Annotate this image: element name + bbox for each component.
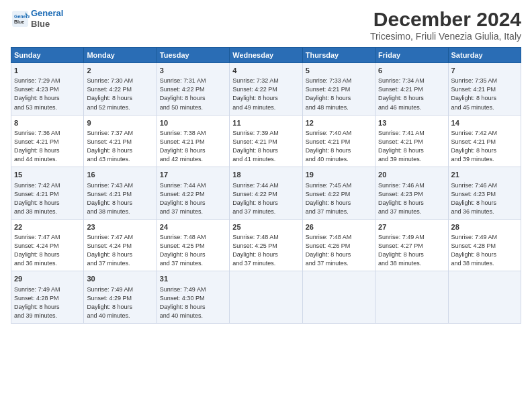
- cell-line: Daylight: 8 hours: [14, 94, 81, 103]
- cell-line: Sunset: 4:21 PM: [306, 85, 372, 94]
- calendar-cell: 13Sunrise: 7:41 AMSunset: 4:21 PMDayligh…: [375, 115, 448, 167]
- cell-line: and 39 minutes.: [451, 155, 518, 164]
- day-number: 13: [378, 118, 445, 128]
- cell-line: Daylight: 8 hours: [232, 199, 299, 208]
- calendar-cell: 21Sunrise: 7:46 AMSunset: 4:23 PMDayligh…: [448, 167, 521, 220]
- cell-line: Sunrise: 7:36 AM: [14, 129, 81, 138]
- cell-line: Sunrise: 7:48 AM: [160, 233, 226, 242]
- day-number: 2: [87, 66, 153, 76]
- cell-line: Sunset: 4:26 PM: [306, 242, 372, 250]
- day-number: 6: [378, 66, 445, 76]
- cell-info: Sunrise: 7:33 AMSunset: 4:21 PMDaylight:…: [306, 77, 372, 111]
- cell-line: Sunset: 4:30 PM: [160, 294, 226, 303]
- cell-line: and 50 minutes.: [160, 103, 226, 112]
- day-number: 10: [160, 118, 226, 128]
- cell-line: and 40 minutes.: [306, 155, 372, 164]
- cell-line: and 49 minutes.: [232, 103, 299, 112]
- cell-line: Sunrise: 7:39 AM: [232, 129, 299, 138]
- cell-line: and 38 minutes.: [14, 208, 81, 216]
- cell-line: Sunrise: 7:35 AM: [451, 77, 518, 85]
- calendar-cell: 20Sunrise: 7:46 AMSunset: 4:23 PMDayligh…: [375, 167, 448, 220]
- calendar-cell: [230, 271, 302, 324]
- cell-info: Sunrise: 7:48 AMSunset: 4:25 PMDaylight:…: [160, 233, 226, 268]
- day-number: 28: [451, 222, 518, 232]
- cell-line: Sunset: 4:28 PM: [14, 294, 81, 303]
- cell-info: Sunrise: 7:34 AMSunset: 4:21 PMDaylight:…: [378, 77, 445, 111]
- cell-info: Sunrise: 7:40 AMSunset: 4:21 PMDaylight:…: [306, 129, 372, 164]
- cell-info: Sunrise: 7:46 AMSunset: 4:23 PMDaylight:…: [378, 181, 445, 216]
- header-day-saturday: Saturday: [448, 48, 521, 63]
- cell-line: Sunset: 4:21 PM: [378, 85, 445, 94]
- header-row: SundayMondayTuesdayWednesdayThursdayFrid…: [11, 48, 521, 63]
- cell-line: Sunrise: 7:49 AM: [14, 285, 81, 294]
- day-number: 12: [306, 118, 372, 128]
- cell-info: Sunrise: 7:47 AMSunset: 4:24 PMDaylight:…: [14, 233, 81, 268]
- page: General Blue General Blue December 2024 …: [0, 0, 532, 329]
- cell-line: and 42 minutes.: [160, 155, 226, 164]
- cell-line: Sunset: 4:25 PM: [232, 242, 299, 250]
- day-number: 17: [160, 170, 226, 180]
- cell-line: Daylight: 8 hours: [87, 146, 153, 155]
- day-number: 25: [232, 222, 299, 232]
- header-day-friday: Friday: [375, 48, 448, 63]
- cell-line: Sunset: 4:24 PM: [87, 242, 153, 250]
- cell-line: Daylight: 8 hours: [306, 146, 372, 155]
- calendar-cell: 4Sunrise: 7:32 AMSunset: 4:22 PMDaylight…: [230, 63, 302, 116]
- cell-info: Sunrise: 7:41 AMSunset: 4:21 PMDaylight:…: [378, 129, 445, 164]
- cell-line: Sunset: 4:25 PM: [160, 242, 226, 250]
- calendar-cell: 25Sunrise: 7:48 AMSunset: 4:25 PMDayligh…: [230, 219, 302, 271]
- calendar-cell: 15Sunrise: 7:42 AMSunset: 4:21 PMDayligh…: [11, 167, 84, 220]
- cell-line: Sunset: 4:22 PM: [232, 85, 299, 94]
- calendar-body: 1Sunrise: 7:29 AMSunset: 4:23 PMDaylight…: [11, 63, 521, 324]
- cell-line: Daylight: 8 hours: [160, 199, 226, 208]
- cell-line: Daylight: 8 hours: [87, 303, 153, 312]
- cell-info: Sunrise: 7:49 AMSunset: 4:27 PMDaylight:…: [378, 233, 445, 268]
- calendar-cell: 17Sunrise: 7:44 AMSunset: 4:22 PMDayligh…: [157, 167, 229, 220]
- cell-info: Sunrise: 7:48 AMSunset: 4:26 PMDaylight:…: [306, 233, 372, 268]
- cell-line: Sunrise: 7:29 AM: [14, 77, 81, 85]
- cell-line: Sunrise: 7:31 AM: [160, 77, 226, 85]
- day-number: 29: [14, 274, 81, 284]
- cell-line: Daylight: 8 hours: [232, 146, 299, 155]
- cell-line: Daylight: 8 hours: [160, 146, 226, 155]
- header-day-thursday: Thursday: [302, 48, 375, 63]
- calendar-cell: 2Sunrise: 7:30 AMSunset: 4:22 PMDaylight…: [84, 63, 157, 116]
- day-number: 16: [87, 170, 153, 180]
- cell-info: Sunrise: 7:42 AMSunset: 4:21 PMDaylight:…: [451, 129, 518, 164]
- cell-info: Sunrise: 7:44 AMSunset: 4:22 PMDaylight:…: [232, 181, 299, 216]
- cell-line: Sunset: 4:28 PM: [451, 242, 518, 250]
- cell-line: Sunset: 4:22 PM: [160, 190, 226, 199]
- day-number: 11: [232, 118, 299, 128]
- cell-line: Daylight: 8 hours: [87, 199, 153, 208]
- cell-line: Sunrise: 7:49 AM: [87, 285, 153, 294]
- logo: General Blue General Blue: [11, 8, 63, 29]
- cell-line: Daylight: 8 hours: [451, 199, 518, 208]
- cell-line: Sunrise: 7:48 AM: [232, 233, 299, 242]
- cell-line: and 44 minutes.: [14, 155, 81, 164]
- cell-info: Sunrise: 7:29 AMSunset: 4:23 PMDaylight:…: [14, 77, 81, 111]
- cell-info: Sunrise: 7:35 AMSunset: 4:21 PMDaylight:…: [451, 77, 518, 111]
- cell-line: Daylight: 8 hours: [160, 303, 226, 312]
- cell-line: Sunset: 4:24 PM: [14, 242, 81, 250]
- cell-line: Sunrise: 7:47 AM: [14, 233, 81, 242]
- day-number: 19: [306, 170, 372, 180]
- cell-line: and 38 minutes.: [87, 208, 153, 216]
- cell-line: Sunrise: 7:30 AM: [87, 77, 153, 85]
- day-number: 26: [306, 222, 372, 232]
- cell-info: Sunrise: 7:32 AMSunset: 4:22 PMDaylight:…: [232, 77, 299, 111]
- cell-info: Sunrise: 7:49 AMSunset: 4:29 PMDaylight:…: [87, 285, 153, 320]
- cell-line: Daylight: 8 hours: [306, 199, 372, 208]
- cell-line: Sunrise: 7:49 AM: [451, 233, 518, 242]
- title-block: December 2024 Tricesimo, Friuli Venezia …: [370, 8, 521, 42]
- cell-line: and 37 minutes.: [306, 259, 372, 268]
- cell-info: Sunrise: 7:42 AMSunset: 4:21 PMDaylight:…: [14, 181, 81, 216]
- calendar-cell: 19Sunrise: 7:45 AMSunset: 4:22 PMDayligh…: [302, 167, 375, 220]
- day-number: 7: [451, 66, 518, 76]
- cell-line: Daylight: 8 hours: [451, 250, 518, 259]
- cell-line: and 38 minutes.: [451, 259, 518, 268]
- calendar-cell: 1Sunrise: 7:29 AMSunset: 4:23 PMDaylight…: [11, 63, 84, 116]
- cell-line: Sunset: 4:21 PM: [451, 138, 518, 146]
- day-number: 18: [232, 170, 299, 180]
- cell-line: Daylight: 8 hours: [306, 250, 372, 259]
- cell-line: Sunset: 4:21 PM: [232, 138, 299, 146]
